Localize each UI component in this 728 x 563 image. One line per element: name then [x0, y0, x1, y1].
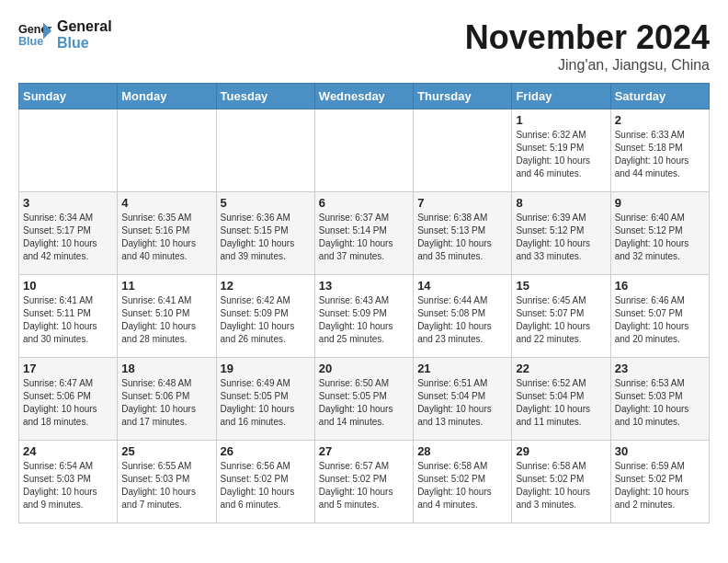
- day-info: Sunrise: 6:50 AM Sunset: 5:05 PM Dayligh…: [319, 377, 409, 429]
- day-number: 18: [121, 362, 211, 375]
- day-number: 14: [417, 279, 507, 293]
- day-number: 17: [23, 362, 113, 375]
- day-info: Sunrise: 6:36 AM Sunset: 5:15 PM Dayligh…: [221, 212, 311, 263]
- day-info: Sunrise: 6:51 AM Sunset: 5:04 PM Dayligh…: [417, 377, 507, 429]
- day-number: 21: [417, 362, 507, 375]
- day-number: 6: [319, 196, 409, 210]
- title-section: November 2024 Jing'an, Jiangsu, China: [465, 18, 710, 74]
- day-number: 16: [615, 279, 705, 293]
- calendar-cell: 20Sunrise: 6:50 AM Sunset: 5:05 PM Dayli…: [314, 358, 413, 441]
- day-number: 8: [516, 196, 606, 210]
- calendar-cell: 6Sunrise: 6:37 AM Sunset: 5:14 PM Daylig…: [314, 192, 413, 275]
- day-info: Sunrise: 6:59 AM Sunset: 5:02 PM Dayligh…: [615, 460, 705, 511]
- day-info: Sunrise: 6:32 AM Sunset: 5:19 PM Dayligh…: [516, 129, 606, 180]
- day-number: 12: [221, 279, 311, 293]
- calendar-week-row: 3Sunrise: 6:34 AM Sunset: 5:17 PM Daylig…: [19, 192, 710, 275]
- day-info: Sunrise: 6:42 AM Sunset: 5:09 PM Dayligh…: [221, 294, 311, 346]
- day-info: Sunrise: 6:54 AM Sunset: 5:03 PM Dayligh…: [23, 460, 113, 511]
- day-number: 22: [516, 362, 606, 375]
- calendar-cell: 21Sunrise: 6:51 AM Sunset: 5:04 PM Dayli…: [414, 358, 512, 441]
- day-number: 20: [319, 362, 409, 375]
- calendar-week-row: 1Sunrise: 6:32 AM Sunset: 5:19 PM Daylig…: [19, 109, 710, 192]
- day-info: Sunrise: 6:45 AM Sunset: 5:07 PM Dayligh…: [516, 294, 606, 346]
- calendar-cell: 14Sunrise: 6:44 AM Sunset: 5:08 PM Dayli…: [414, 275, 512, 358]
- calendar-table: SundayMondayTuesdayWednesdayThursdayFrid…: [18, 83, 710, 523]
- day-info: Sunrise: 6:43 AM Sunset: 5:09 PM Dayligh…: [319, 294, 409, 346]
- day-header-sunday: Sunday: [19, 84, 118, 109]
- calendar-cell: 22Sunrise: 6:52 AM Sunset: 5:04 PM Dayli…: [512, 358, 610, 441]
- logo-general: General: [57, 18, 112, 35]
- day-number: 7: [417, 196, 507, 210]
- day-number: 28: [417, 444, 507, 458]
- calendar-cell: 12Sunrise: 6:42 AM Sunset: 5:09 PM Dayli…: [216, 275, 314, 358]
- calendar-cell: 3Sunrise: 6:34 AM Sunset: 5:17 PM Daylig…: [19, 192, 118, 275]
- calendar-cell: 24Sunrise: 6:54 AM Sunset: 5:03 PM Dayli…: [19, 441, 118, 523]
- day-info: Sunrise: 6:48 AM Sunset: 5:06 PM Dayligh…: [121, 377, 211, 429]
- calendar-cell: 19Sunrise: 6:49 AM Sunset: 5:05 PM Dayli…: [216, 358, 314, 441]
- day-number: 30: [615, 444, 705, 458]
- day-info: Sunrise: 6:40 AM Sunset: 5:12 PM Dayligh…: [615, 212, 705, 263]
- day-header-monday: Monday: [118, 84, 216, 109]
- day-info: Sunrise: 6:35 AM Sunset: 5:16 PM Dayligh…: [121, 212, 211, 263]
- page-header: General Blue General Blue November 2024 …: [18, 18, 710, 74]
- day-info: Sunrise: 6:52 AM Sunset: 5:04 PM Dayligh…: [516, 377, 606, 429]
- day-number: 3: [23, 196, 113, 210]
- day-number: 11: [121, 279, 211, 293]
- calendar-cell: 10Sunrise: 6:41 AM Sunset: 5:11 PM Dayli…: [19, 275, 118, 358]
- day-number: 25: [121, 444, 211, 458]
- day-info: Sunrise: 6:34 AM Sunset: 5:17 PM Dayligh…: [23, 212, 113, 263]
- logo-icon: General Blue: [18, 18, 51, 52]
- day-number: 26: [221, 444, 311, 458]
- day-number: 15: [516, 279, 606, 293]
- calendar-cell: 4Sunrise: 6:35 AM Sunset: 5:16 PM Daylig…: [118, 192, 216, 275]
- day-info: Sunrise: 6:37 AM Sunset: 5:14 PM Dayligh…: [319, 212, 409, 263]
- calendar-cell: 25Sunrise: 6:55 AM Sunset: 5:03 PM Dayli…: [118, 441, 216, 523]
- calendar-week-row: 10Sunrise: 6:41 AM Sunset: 5:11 PM Dayli…: [19, 275, 710, 358]
- day-header-tuesday: Tuesday: [216, 84, 314, 109]
- day-info: Sunrise: 6:57 AM Sunset: 5:02 PM Dayligh…: [319, 460, 409, 511]
- calendar-cell: [314, 109, 413, 192]
- day-info: Sunrise: 6:49 AM Sunset: 5:05 PM Dayligh…: [221, 377, 311, 429]
- day-number: 29: [516, 444, 606, 458]
- calendar-cell: 29Sunrise: 6:58 AM Sunset: 5:02 PM Dayli…: [512, 441, 610, 523]
- day-info: Sunrise: 6:46 AM Sunset: 5:07 PM Dayligh…: [615, 294, 705, 346]
- day-info: Sunrise: 6:58 AM Sunset: 5:02 PM Dayligh…: [417, 460, 507, 511]
- svg-text:Blue: Blue: [18, 35, 43, 48]
- day-info: Sunrise: 6:39 AM Sunset: 5:12 PM Dayligh…: [516, 212, 606, 263]
- calendar-cell: 28Sunrise: 6:58 AM Sunset: 5:02 PM Dayli…: [414, 441, 512, 523]
- day-number: 27: [319, 444, 409, 458]
- calendar-cell: [216, 109, 314, 192]
- calendar-cell: 13Sunrise: 6:43 AM Sunset: 5:09 PM Dayli…: [314, 275, 413, 358]
- day-header-wednesday: Wednesday: [314, 84, 413, 109]
- day-number: 5: [221, 196, 311, 210]
- day-number: 19: [221, 362, 311, 375]
- calendar-cell: 27Sunrise: 6:57 AM Sunset: 5:02 PM Dayli…: [314, 441, 413, 523]
- day-number: 1: [516, 113, 606, 127]
- calendar-cell: 2Sunrise: 6:33 AM Sunset: 5:18 PM Daylig…: [610, 109, 709, 192]
- calendar-cell: 26Sunrise: 6:56 AM Sunset: 5:02 PM Dayli…: [216, 441, 314, 523]
- day-number: 9: [615, 196, 705, 210]
- calendar-cell: 7Sunrise: 6:38 AM Sunset: 5:13 PM Daylig…: [414, 192, 512, 275]
- day-info: Sunrise: 6:47 AM Sunset: 5:06 PM Dayligh…: [23, 377, 113, 429]
- location: Jing'an, Jiangsu, China: [465, 57, 710, 74]
- calendar-cell: 11Sunrise: 6:41 AM Sunset: 5:10 PM Dayli…: [118, 275, 216, 358]
- day-number: 13: [319, 279, 409, 293]
- day-info: Sunrise: 6:41 AM Sunset: 5:10 PM Dayligh…: [121, 294, 211, 346]
- calendar-cell: 16Sunrise: 6:46 AM Sunset: 5:07 PM Dayli…: [610, 275, 709, 358]
- day-info: Sunrise: 6:44 AM Sunset: 5:08 PM Dayligh…: [417, 294, 507, 346]
- day-number: 10: [23, 279, 113, 293]
- day-info: Sunrise: 6:58 AM Sunset: 5:02 PM Dayligh…: [516, 460, 606, 511]
- calendar-cell: 9Sunrise: 6:40 AM Sunset: 5:12 PM Daylig…: [610, 192, 709, 275]
- day-number: 23: [615, 362, 705, 375]
- calendar-cell: 1Sunrise: 6:32 AM Sunset: 5:19 PM Daylig…: [512, 109, 610, 192]
- day-number: 4: [121, 196, 211, 210]
- calendar-cell: 5Sunrise: 6:36 AM Sunset: 5:15 PM Daylig…: [216, 192, 314, 275]
- calendar-cell: [19, 109, 118, 192]
- calendar-cell: [118, 109, 216, 192]
- day-number: 24: [23, 444, 113, 458]
- day-info: Sunrise: 6:33 AM Sunset: 5:18 PM Dayligh…: [615, 129, 705, 180]
- day-header-saturday: Saturday: [610, 84, 709, 109]
- logo-blue: Blue: [57, 35, 112, 52]
- calendar-cell: 23Sunrise: 6:53 AM Sunset: 5:03 PM Dayli…: [610, 358, 709, 441]
- calendar-week-row: 24Sunrise: 6:54 AM Sunset: 5:03 PM Dayli…: [19, 441, 710, 523]
